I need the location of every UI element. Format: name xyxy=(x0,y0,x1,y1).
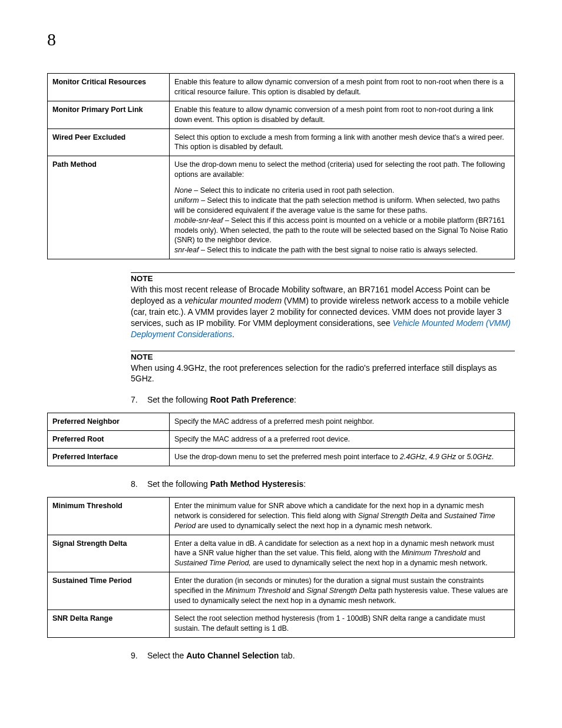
option-name: uniform xyxy=(174,196,199,205)
cell-label: Preferred Neighbor xyxy=(48,413,170,431)
table-row: Signal Strength Delta Enter a delta valu… xyxy=(48,535,515,572)
table-row: Minimum Threshold Enter the minimum valu… xyxy=(48,497,515,535)
table-row: Monitor Primary Port Link Enable this fe… xyxy=(48,101,515,129)
option-text: – Select this to indicate that the path … xyxy=(174,196,500,215)
cell-text: Use the drop-down menu to set the prefer… xyxy=(174,453,400,461)
cell-text: . xyxy=(492,453,494,461)
table-row: Preferred Root Specify the MAC address o… xyxy=(48,431,515,449)
step-pre: Select the xyxy=(147,651,186,660)
table-path-method-hysteresis: Minimum Threshold Enter the minimum valu… xyxy=(47,497,515,638)
cell-text: are used to dynamically select the next … xyxy=(196,522,432,530)
cell-desc: Select the root selection method hystere… xyxy=(170,610,515,637)
step-bold: Auto Channel Selection xyxy=(186,651,279,660)
cell-label: SNR Delta Range xyxy=(48,610,170,637)
step-8: 8. Set the following Path Method Hystere… xyxy=(131,479,515,489)
cell-text: are used to dynamically select the next … xyxy=(251,559,488,567)
cell-italic: 5.0GHz xyxy=(467,453,491,461)
cell-text: and xyxy=(466,549,480,557)
step-bold: Root Path Preference xyxy=(210,395,294,404)
step-post: tab. xyxy=(279,651,295,660)
cell-label: Preferred Root xyxy=(48,431,170,449)
note-title: NOTE xyxy=(131,353,515,361)
cell-desc: Enable this feature to allow dynamic con… xyxy=(170,101,515,129)
cell-italic: Minimum Threshold xyxy=(226,587,290,595)
cell-text: and xyxy=(290,587,307,595)
step-9: 9. Select the Auto Channel Selection tab… xyxy=(131,651,515,660)
cell-desc: Use the drop-down menu to select the met… xyxy=(170,156,515,259)
cell-text: and xyxy=(428,512,444,520)
note-italic: vehicular mounted modem xyxy=(184,296,282,305)
step-pre: Set the following xyxy=(147,479,210,489)
step-text: Set the following Path Method Hysteresis… xyxy=(147,479,306,489)
cell-italic: Signal Strength Delta xyxy=(306,587,376,595)
note-49ghz: NOTE When using 4.9GHz, the root prefere… xyxy=(131,351,515,385)
cell-italic: Signal Strength Delta xyxy=(358,512,428,520)
cell-label: Minimum Threshold xyxy=(48,497,170,535)
cell-italic: 4.9 GHz xyxy=(429,453,456,461)
note-vmm: NOTE With this most recent release of Br… xyxy=(131,272,515,340)
step-number: 8. xyxy=(131,479,147,489)
table-row: Path Method Use the drop-down menu to se… xyxy=(48,156,515,259)
cell-italic: 2.4GHz xyxy=(400,453,425,461)
cell-label: Monitor Critical Resources xyxy=(48,74,170,101)
cell-label: Preferred Interface xyxy=(48,449,170,466)
step-number: 9. xyxy=(131,651,147,660)
cell-desc: Select this option to exclude a mesh fro… xyxy=(170,129,515,156)
table-mesh-options: Monitor Critical Resources Enable this f… xyxy=(47,73,515,259)
step-bold: Path Method Hysteresis xyxy=(210,479,304,489)
path-method-intro: Use the drop-down menu to select the met… xyxy=(174,160,505,179)
cell-desc: Enter the minimum value for SNR above wh… xyxy=(170,497,515,535)
cell-desc: Enter the duration (in seconds or minute… xyxy=(170,572,515,610)
step-post: : xyxy=(294,395,296,404)
cell-label: Monitor Primary Port Link xyxy=(48,101,170,129)
cell-italic: Minimum Threshold xyxy=(401,549,466,557)
note-rule xyxy=(131,351,515,351)
option-text: – Select this to indicate no criteria us… xyxy=(192,186,394,195)
cell-text: or xyxy=(456,453,467,461)
cell-desc: Enter a delta value in dB. A candidate f… xyxy=(170,535,515,572)
note-body: With this most recent release of Brocade… xyxy=(131,284,515,340)
option-name: None xyxy=(174,186,192,195)
cell-italic: Sustained Time Period, xyxy=(174,559,251,567)
chapter-number: 8 xyxy=(47,29,515,50)
step-post: : xyxy=(303,479,306,489)
step-text: Select the Auto Channel Selection tab. xyxy=(147,651,295,660)
table-row: Preferred Interface Use the drop-down me… xyxy=(48,449,515,466)
table-row: Preferred Neighbor Specify the MAC addre… xyxy=(48,413,515,431)
step-pre: Set the following xyxy=(147,395,210,404)
table-root-path-preference: Preferred Neighbor Specify the MAC addre… xyxy=(47,413,515,466)
option-name: mobile-snr-leaf xyxy=(174,216,223,225)
note-title: NOTE xyxy=(131,274,515,283)
cell-label: Signal Strength Delta xyxy=(48,535,170,572)
cell-label: Wired Peer Excluded xyxy=(48,129,170,156)
cell-label: Sustained Time Period xyxy=(48,572,170,610)
option-name: snr-leaf xyxy=(174,246,199,254)
cell-desc: Use the drop-down menu to set the prefer… xyxy=(170,449,515,466)
table-row: SNR Delta Range Select the root selectio… xyxy=(48,610,515,637)
step-number: 7. xyxy=(131,395,147,404)
note-body: When using 4.9GHz, the root preferences … xyxy=(131,363,515,385)
cell-desc: Enable this feature to allow dynamic con… xyxy=(170,74,515,101)
cell-desc: Specify the MAC address of a a preferred… xyxy=(170,431,515,449)
option-text: – Select this to indicate the path with … xyxy=(199,246,477,254)
cell-label: Path Method xyxy=(48,156,170,259)
table-row: Monitor Critical Resources Enable this f… xyxy=(48,74,515,101)
option-text: – Select this if this access point is mo… xyxy=(174,216,508,245)
table-row: Sustained Time Period Enter the duration… xyxy=(48,572,515,610)
step-text: Set the following Root Path Preference: xyxy=(147,395,296,404)
cell-desc: Specify the MAC address of a preferred m… xyxy=(170,413,515,431)
note-text: . xyxy=(232,330,234,339)
table-row: Wired Peer Excluded Select this option t… xyxy=(48,129,515,156)
step-7: 7. Set the following Root Path Preferenc… xyxy=(131,395,515,404)
note-rule xyxy=(131,272,515,273)
